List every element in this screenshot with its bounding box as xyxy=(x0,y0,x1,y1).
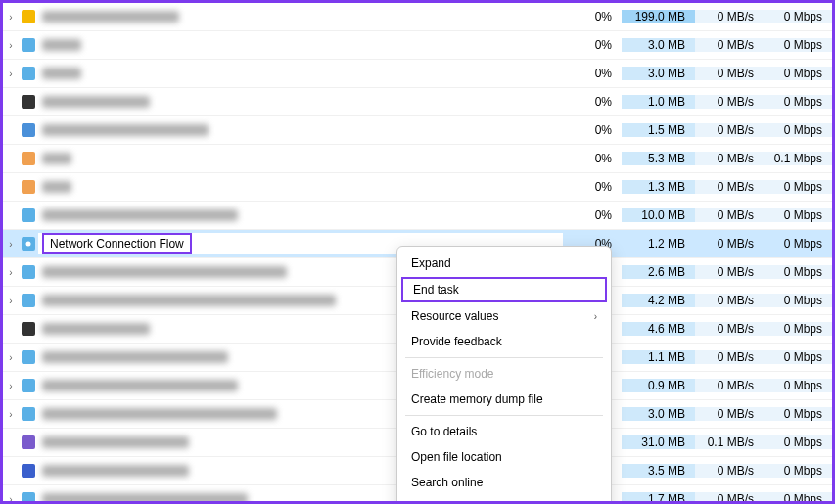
process-name xyxy=(38,181,563,193)
menu-item-create-memory-dump-file[interactable]: Create memory dump file xyxy=(397,387,611,412)
mem-cell: 2.6 MB xyxy=(622,265,695,279)
expand-chevron-icon[interactable]: › xyxy=(3,296,19,306)
disk-cell: 0 MB/s xyxy=(695,350,764,364)
mem-cell: 4.2 MB xyxy=(622,294,695,307)
net-cell: 0 Mbps xyxy=(764,379,832,392)
disk-cell: 0.1 MB/s xyxy=(695,435,764,449)
cpu-cell: 0% xyxy=(563,152,622,165)
process-row[interactable]: 0%1.0 MB0 MB/s0 Mbps xyxy=(3,88,832,116)
disk-cell: 0 MB/s xyxy=(695,38,764,52)
disk-cell: 0 MB/s xyxy=(695,294,764,307)
cpu-cell: 0% xyxy=(563,95,622,109)
expand-chevron-icon[interactable]: › xyxy=(3,40,19,51)
menu-item-label: Resource values xyxy=(411,309,498,323)
process-icon xyxy=(19,10,38,23)
expand-chevron-icon[interactable]: › xyxy=(3,409,19,420)
expand-chevron-icon[interactable]: › xyxy=(3,381,19,391)
net-cell: 0 Mbps xyxy=(764,123,832,137)
menu-item-efficiency-mode: Efficiency mode xyxy=(397,361,611,387)
net-cell: 0 Mbps xyxy=(764,294,832,307)
disk-cell: 0 MB/s xyxy=(695,152,764,165)
blurred-process-name xyxy=(42,39,81,51)
expand-chevron-icon[interactable]: › xyxy=(3,352,19,363)
process-name xyxy=(38,124,563,136)
process-row[interactable]: 0%1.3 MB0 MB/s0 Mbps xyxy=(3,173,832,202)
expand-chevron-icon[interactable]: › xyxy=(3,267,19,278)
net-cell: 0.1 Mbps xyxy=(764,152,832,165)
mem-cell: 1.7 MB xyxy=(622,492,695,504)
process-name xyxy=(38,68,563,79)
disk-cell: 0 MB/s xyxy=(695,123,764,137)
menu-item-provide-feedback[interactable]: Provide feedback xyxy=(397,329,611,354)
process-name xyxy=(38,39,563,51)
process-icon xyxy=(19,492,38,504)
mem-cell: 3.5 MB xyxy=(622,464,695,478)
mem-cell: 10.0 MB xyxy=(622,208,695,222)
expand-chevron-icon[interactable]: › xyxy=(3,494,19,505)
net-cell: 0 Mbps xyxy=(764,237,832,251)
cpu-cell: 0% xyxy=(563,10,622,23)
mem-cell: 3.0 MB xyxy=(622,67,695,80)
process-icon xyxy=(19,294,38,307)
menu-item-expand[interactable]: Expand xyxy=(397,251,611,276)
process-icon xyxy=(19,237,38,251)
menu-item-label: Go to details xyxy=(411,425,477,438)
mem-cell: 1.3 MB xyxy=(622,180,695,194)
blurred-process-name xyxy=(42,493,248,504)
process-icon xyxy=(19,123,38,137)
context-menu: ExpandEnd taskResource values›Provide fe… xyxy=(396,246,612,504)
menu-item-end-task[interactable]: End task xyxy=(401,277,607,302)
blurred-process-name xyxy=(42,465,189,477)
menu-item-label: Open file location xyxy=(411,450,502,464)
expand-chevron-icon[interactable]: › xyxy=(3,239,19,250)
process-icon xyxy=(19,38,38,52)
blurred-process-name xyxy=(42,408,277,420)
process-row[interactable]: ›0%3.0 MB0 MB/s0 Mbps xyxy=(3,60,832,88)
menu-item-resource-values[interactable]: Resource values› xyxy=(397,303,611,329)
disk-cell: 0 MB/s xyxy=(695,208,764,222)
net-cell: 0 Mbps xyxy=(764,95,832,109)
expand-chevron-icon[interactable]: › xyxy=(3,69,19,79)
disk-cell: 0 MB/s xyxy=(695,10,764,23)
expand-chevron-icon[interactable]: › xyxy=(3,12,19,23)
process-row[interactable]: ›0%3.0 MB0 MB/s0 Mbps xyxy=(3,31,832,60)
process-name xyxy=(38,209,563,221)
process-row[interactable]: 0%1.5 MB0 MB/s0 Mbps xyxy=(3,116,832,145)
menu-item-label: End task xyxy=(413,283,459,297)
cpu-cell: 0% xyxy=(563,67,622,80)
net-cell: 0 Mbps xyxy=(764,265,832,279)
cpu-cell: 0% xyxy=(563,180,622,194)
menu-item-search-online[interactable]: Search online xyxy=(397,470,611,495)
cpu-cell: 0% xyxy=(563,38,622,52)
process-row[interactable]: ›0%199.0 MB0 MB/s0 Mbps xyxy=(3,3,832,31)
mem-cell: 3.0 MB xyxy=(622,407,695,421)
process-icon xyxy=(19,322,38,336)
menu-item-label: Efficiency mode xyxy=(411,367,494,381)
net-cell: 0 Mbps xyxy=(764,180,832,194)
menu-divider xyxy=(405,415,603,416)
net-cell: 0 Mbps xyxy=(764,38,832,52)
blurred-process-name xyxy=(42,153,71,164)
disk-cell: 0 MB/s xyxy=(695,180,764,194)
net-cell: 0 Mbps xyxy=(764,322,832,336)
mem-cell: 1.5 MB xyxy=(622,123,695,137)
process-icon xyxy=(19,435,38,449)
process-row[interactable]: 0%5.3 MB0 MB/s0.1 Mbps xyxy=(3,145,832,173)
disk-cell: 0 MB/s xyxy=(695,237,764,251)
mem-cell: 1.2 MB xyxy=(622,237,695,251)
disk-cell: 0 MB/s xyxy=(695,322,764,336)
process-icon xyxy=(19,350,38,364)
process-row[interactable]: 0%10.0 MB0 MB/s0 Mbps xyxy=(3,202,832,230)
cpu-cell: 0% xyxy=(563,208,622,222)
menu-item-label: Expand xyxy=(411,256,451,270)
mem-cell: 4.6 MB xyxy=(622,322,695,336)
menu-item-go-to-details[interactable]: Go to details xyxy=(397,419,611,444)
blurred-process-name xyxy=(42,11,179,23)
selected-process-name: Network Connection Flow xyxy=(42,233,192,254)
process-icon xyxy=(19,379,38,392)
process-icon xyxy=(19,208,38,222)
mem-cell: 1.1 MB xyxy=(622,350,695,364)
disk-cell: 0 MB/s xyxy=(695,95,764,109)
menu-item-open-file-location[interactable]: Open file location xyxy=(397,444,611,470)
cpu-cell: 0% xyxy=(563,123,622,137)
